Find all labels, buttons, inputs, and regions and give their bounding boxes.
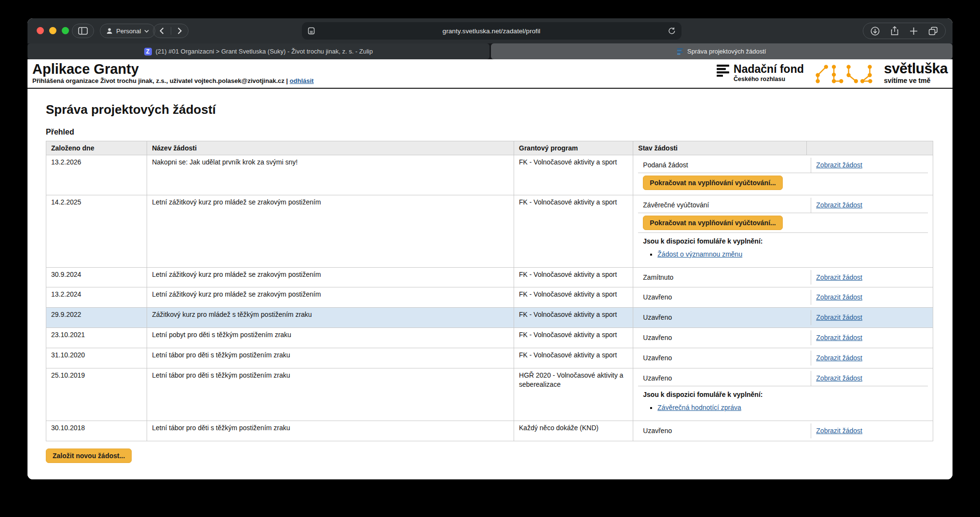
cell-grant-program: HGŘ 2020 - Volnočasové aktivity a sebere… <box>514 368 633 421</box>
column-header: Stav žádosti <box>633 141 806 155</box>
application-row: 25.10.2019Letní tábor pro děti s těžkým … <box>46 368 933 421</box>
tab-overview-icon[interactable] <box>928 27 938 36</box>
grants-favicon-icon <box>677 48 683 55</box>
status-text: Závěrečné vyúčtování <box>638 198 811 213</box>
continue-settlement-button[interactable]: Pokračovat na vyplňování vyúčtování... <box>643 176 782 190</box>
chevron-down-icon <box>144 29 149 33</box>
back-button[interactable] <box>153 24 171 38</box>
page-title: Správa projektových žádostí <box>46 102 933 117</box>
application-row: 13.2.2026Nakopni se: Jak udělat prvník k… <box>46 155 933 195</box>
cell-status-and-actions: UzavřenoZobrazit žádost <box>633 348 933 368</box>
status-action: Zobrazit žádost <box>811 351 928 366</box>
view-application-link[interactable]: Zobrazit žádost <box>816 374 862 382</box>
page-settings-icon[interactable] <box>308 27 315 35</box>
login-info: Přihlášená organizace Život trochu jinak… <box>32 77 313 84</box>
view-application-link[interactable]: Zobrazit žádost <box>816 273 862 281</box>
status-action: Zobrazit žádost <box>811 290 928 305</box>
cell-status-and-actions: UzavřenoZobrazit žádost <box>633 421 933 441</box>
status-action: Zobrazit žádost <box>811 423 928 438</box>
logout-link[interactable]: odhlásit <box>290 77 314 84</box>
available-forms-block: Jsou k dispozici fomuláře k vyplnění:Žád… <box>638 233 928 265</box>
minimize-window-button[interactable] <box>49 27 56 34</box>
profile-menu-button[interactable]: Personal <box>100 24 155 38</box>
login-info-text: Přihlášená organizace Život trochu jinak… <box>32 77 288 84</box>
profile-label: Personal <box>116 27 141 35</box>
new-tab-icon[interactable] <box>910 27 918 35</box>
overview-heading: Přehled <box>46 128 933 136</box>
view-application-link[interactable]: Zobrazit žádost <box>816 427 862 435</box>
view-application-link[interactable]: Zobrazit žádost <box>816 334 862 341</box>
tab-grants-active[interactable]: Správa projektových žádostí <box>491 43 953 59</box>
view-application-link[interactable]: Zobrazit žádost <box>816 201 862 209</box>
cell-status-and-actions: UzavřenoZobrazit žádostJsou k dispozici … <box>633 368 933 421</box>
status-text: Uzavřeno <box>638 330 811 345</box>
svetluska-logo: světluška svítíme ve tmě <box>884 62 948 84</box>
application-row: 30.10.2018Letní tábor pro děti s těžkým … <box>46 421 933 441</box>
status-action: Zobrazit žádost <box>811 270 928 285</box>
app-title: Aplikace Granty <box>32 62 313 76</box>
close-window-button[interactable] <box>37 27 44 34</box>
downloads-icon[interactable] <box>871 27 880 36</box>
tab-zulip[interactable]: Z (21) #01 Organizacni > Grant Svetluska… <box>27 43 490 59</box>
cell-grant-program: FK - Volnočasové aktivity a sport <box>514 308 633 328</box>
continue-settlement-button[interactable]: Pokračovat na vyplňování vyúčtování... <box>643 216 782 230</box>
cell-application-name: Nakopni se: Jak udělat prvník krok za sv… <box>147 155 514 195</box>
tab-bar: Z (21) #01 Organizacni > Grant Svetluska… <box>27 43 953 59</box>
view-application-link[interactable]: Zobrazit žádost <box>816 354 862 362</box>
view-application-link[interactable]: Zobrazit žádost <box>816 313 862 321</box>
browser-toolbar: Personal granty <box>27 18 953 43</box>
status-subrow: UzavřenoZobrazit žádost <box>638 330 928 345</box>
available-form-item: Závěrečná hodnotící zpráva <box>657 403 923 412</box>
application-row: 31.10.2020Letní tábor pro děti s těžkým … <box>46 348 933 368</box>
column-header: Založeno dne <box>46 141 147 155</box>
status-action: Zobrazit žádost <box>811 198 928 213</box>
tab-title: (21) #01 Organizacni > Grant Svetluska (… <box>156 48 373 55</box>
web-page: Aplikace Granty Přihlášená organizace Ži… <box>27 59 953 479</box>
address-bar[interactable]: granty.svetluska.net/zadatel/profil <box>302 22 681 40</box>
status-subrow: ZamítnutoZobrazit žádost <box>638 270 928 285</box>
cell-application-name: Letní pobyt pro děti s těžkým postižením… <box>147 328 514 348</box>
zoom-window-button[interactable] <box>62 27 69 34</box>
new-request-button[interactable]: Založit novou žádost... <box>46 449 132 463</box>
site-header-left: Aplikace Granty Přihlášená organizace Ži… <box>32 62 313 84</box>
share-icon[interactable] <box>890 26 899 36</box>
status-subrow: Podaná žádostZobrazit žádost <box>638 158 928 173</box>
cell-grant-program: FK - Volnočasové aktivity a sport <box>514 267 633 287</box>
reload-icon[interactable] <box>668 27 676 35</box>
status-text: Uzavřeno <box>638 423 811 438</box>
page-content: Správa projektových žádostí Přehled Zalo… <box>27 102 953 479</box>
status-subrow: UzavřenoZobrazit žádost <box>638 290 928 305</box>
column-header <box>806 141 933 155</box>
cell-status-and-actions: Podaná žádostZobrazit žádostPokračovat n… <box>633 155 933 195</box>
column-header: Grantový program <box>514 141 633 155</box>
cell-status-and-actions: UzavřenoZobrazit žádost <box>633 308 933 328</box>
available-form-link[interactable]: Žádost o významnou změnu <box>657 250 742 258</box>
status-subrow: UzavřenoZobrazit žádost <box>638 371 928 386</box>
cell-application-name: Letní tábor pro děti s těžkým postižením… <box>147 421 514 441</box>
status-subrow: Závěrečné vyúčtováníZobrazit žádost <box>638 198 928 213</box>
continue-button-subrow: Pokračovat na vyplňování vyúčtování... <box>638 173 928 192</box>
cell-created-date: 14.2.2025 <box>46 195 147 267</box>
application-row: 29.9.2022Zážitkový kurz pro mládež s těž… <box>46 308 933 328</box>
nadacni-fond-logo: Nadační fond Českého rozhlasu <box>717 64 804 82</box>
status-subrow: UzavřenoZobrazit žádost <box>638 310 928 325</box>
cell-status-and-actions: Závěrečné vyúčtováníZobrazit žádostPokra… <box>633 195 933 267</box>
cell-application-name: Letní zážitkový kurz pro mládež se zrako… <box>147 195 514 267</box>
cell-grant-program: FK - Volnočasové aktivity a sport <box>514 287 633 308</box>
status-action: Zobrazit žádost <box>811 310 928 325</box>
applications-table: Založeno dneNázev žádostiGrantový progra… <box>46 141 933 441</box>
view-application-link[interactable]: Zobrazit žádost <box>816 161 862 169</box>
svetluska-line2: svítíme ve tmě <box>884 77 948 84</box>
cell-application-name: Letní zážitkový kurz pro mládež se zrako… <box>147 267 514 287</box>
continue-button-subrow: Pokračovat na vyplňování vyúčtování... <box>638 213 928 233</box>
sidebar-toggle-button[interactable] <box>72 24 94 38</box>
nadacni-fond-line2: Českého rozhlasu <box>734 76 804 82</box>
available-form-link[interactable]: Závěrečná hodnotící zpráva <box>657 404 741 411</box>
forward-button[interactable] <box>171 24 189 38</box>
nadacni-fond-text: Nadační fond Českého rozhlasu <box>734 64 804 82</box>
status-subrow: UzavřenoZobrazit žádost <box>638 351 928 366</box>
cell-status-and-actions: UzavřenoZobrazit žádost <box>633 287 933 308</box>
view-application-link[interactable]: Zobrazit žádost <box>816 293 862 301</box>
cell-created-date: 23.10.2021 <box>46 328 147 348</box>
person-icon <box>106 27 113 34</box>
